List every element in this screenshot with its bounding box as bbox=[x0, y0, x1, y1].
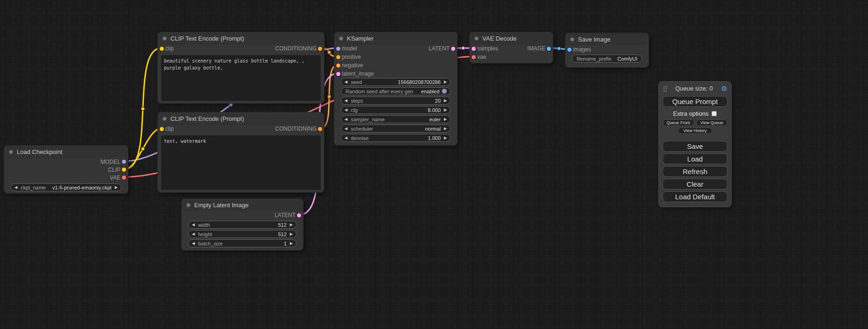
increment-arrow-icon[interactable]: ▶ bbox=[290, 242, 293, 245]
samples-input-dot[interactable] bbox=[472, 47, 476, 51]
extra-options-checkbox[interactable] bbox=[712, 111, 717, 116]
view-history-button[interactable]: View History bbox=[678, 127, 712, 134]
scheduler-widget[interactable]: ◀ scheduler normal ▶ bbox=[341, 125, 451, 133]
collapse-dot-icon[interactable] bbox=[339, 36, 343, 41]
sampler-name-widget[interactable]: ◀ sampler_name euler ▶ bbox=[341, 115, 451, 123]
node-save-image[interactable]: Save Image images filename_prefix ComfyU… bbox=[565, 33, 649, 68]
node-titlebar[interactable]: VAE Decode bbox=[470, 32, 553, 44]
latent-output-dot[interactable] bbox=[297, 213, 301, 217]
queue-size-label: Queue size: 0 bbox=[675, 85, 713, 92]
random-seed-toggle-widget[interactable]: Random seed after every gen enabled bbox=[341, 87, 451, 95]
increment-arrow-icon[interactable]: ▶ bbox=[115, 186, 118, 189]
cfg-widget[interactable]: ◀ cfg 8.000 ▶ bbox=[341, 106, 451, 114]
decrement-arrow-icon[interactable]: ◀ bbox=[345, 127, 347, 131]
width-widget[interactable]: ◀ width 512 ▶ bbox=[188, 221, 296, 229]
vae-output-slot: VAE bbox=[4, 174, 128, 182]
conditioning-output-dot[interactable] bbox=[318, 127, 322, 131]
increment-arrow-icon[interactable]: ▶ bbox=[444, 99, 447, 103]
vae-input-dot[interactable] bbox=[472, 55, 476, 59]
collapse-dot-icon[interactable] bbox=[162, 117, 167, 121]
save-button[interactable]: Save bbox=[663, 141, 727, 152]
load-default-button[interactable]: Load Default bbox=[663, 191, 727, 202]
node-graph-canvas[interactable]: Load Checkpoint MODEL CLIP VAE ◀ ckpt_na… bbox=[0, 0, 868, 329]
clip-input-dot[interactable] bbox=[160, 47, 164, 51]
decrement-arrow-icon[interactable]: ◀ bbox=[345, 99, 347, 103]
toggle-knob[interactable] bbox=[442, 89, 447, 94]
wire-midpoint-dot bbox=[327, 50, 331, 54]
image-output-dot[interactable] bbox=[547, 47, 551, 51]
collapse-dot-icon[interactable] bbox=[570, 37, 574, 42]
decrement-arrow-icon[interactable]: ◀ bbox=[345, 108, 347, 112]
clear-button[interactable]: Clear bbox=[663, 179, 727, 189]
node-clip-text-encode-positive[interactable]: CLIP Text Encode (Prompt) clip CONDITION… bbox=[157, 32, 325, 104]
clip-output-dot[interactable] bbox=[122, 168, 126, 172]
decrement-arrow-icon[interactable]: ◀ bbox=[345, 118, 347, 121]
load-button[interactable]: Load bbox=[663, 154, 727, 164]
queue-prompt-button[interactable]: Queue Prompt bbox=[663, 96, 727, 107]
increment-arrow-icon[interactable]: ▶ bbox=[290, 232, 293, 236]
queue-front-button[interactable]: Queue Front bbox=[663, 119, 694, 126]
node-titlebar[interactable]: KSampler bbox=[334, 32, 457, 44]
node-empty-latent-image[interactable]: Empty Latent Image LATENT ◀ width 512 ▶ … bbox=[181, 198, 303, 251]
decrement-arrow-icon[interactable]: ◀ bbox=[192, 232, 195, 236]
node-clip-text-encode-negative[interactable]: CLIP Text Encode (Prompt) clip CONDITION… bbox=[157, 112, 325, 193]
increment-arrow-icon[interactable]: ▶ bbox=[444, 108, 447, 112]
collapse-dot-icon[interactable] bbox=[9, 150, 13, 154]
node-titlebar[interactable]: CLIP Text Encode (Prompt) bbox=[158, 112, 324, 125]
collapse-dot-icon[interactable] bbox=[162, 36, 167, 41]
widget-value: normal bbox=[425, 126, 441, 132]
model-output-dot[interactable] bbox=[122, 160, 126, 164]
increment-arrow-icon[interactable]: ▶ bbox=[444, 80, 447, 84]
collapse-dot-icon[interactable] bbox=[474, 36, 479, 41]
batch-size-widget[interactable]: ◀ batch_size 1 ▶ bbox=[188, 239, 296, 247]
decrement-arrow-icon[interactable]: ◀ bbox=[192, 223, 195, 227]
latent-image-input-dot[interactable] bbox=[336, 72, 340, 76]
view-queue-button[interactable]: View Queue bbox=[696, 119, 728, 126]
denoise-widget[interactable]: ◀ denoise 1.000 ▶ bbox=[341, 134, 451, 142]
conditioning-output-dot[interactable] bbox=[318, 47, 322, 51]
increment-arrow-icon[interactable]: ▶ bbox=[444, 118, 447, 121]
node-vae-decode[interactable]: VAE Decode samples IMAGE vae bbox=[469, 32, 553, 63]
node-title: VAE Decode bbox=[482, 35, 516, 42]
decrement-arrow-icon[interactable]: ◀ bbox=[192, 242, 195, 245]
widget-label: width bbox=[198, 222, 210, 228]
negative-input-dot[interactable] bbox=[336, 63, 340, 68]
height-widget[interactable]: ◀ height 512 ▶ bbox=[188, 230, 296, 238]
increment-arrow-icon[interactable]: ▶ bbox=[444, 127, 447, 131]
increment-arrow-icon[interactable]: ▶ bbox=[290, 223, 293, 227]
queue-panel[interactable]: Queue size: 0 ⚙ Queue Prompt Extra optio… bbox=[658, 81, 732, 207]
decrement-arrow-icon[interactable]: ◀ bbox=[14, 186, 17, 189]
node-titlebar[interactable]: Load Checkpoint bbox=[4, 146, 128, 158]
spacer bbox=[663, 134, 727, 139]
node-ksampler[interactable]: KSampler model LATENT positive negative … bbox=[334, 32, 458, 146]
images-input-dot[interactable] bbox=[567, 48, 572, 52]
latent-output-dot[interactable] bbox=[451, 47, 455, 51]
negative-prompt-textarea[interactable]: text, watermark bbox=[161, 135, 321, 190]
positive-prompt-textarea[interactable]: beautiful scenery nature glass bottle la… bbox=[161, 55, 321, 101]
model-output-slot: MODEL bbox=[4, 158, 128, 166]
clip-slot-row: clip CONDITIONING bbox=[158, 125, 324, 133]
clip-output-slot: CLIP bbox=[4, 166, 128, 174]
refresh-button[interactable]: Refresh bbox=[663, 166, 727, 177]
seed-widget[interactable]: ◀ seed 156680208700286 ▶ bbox=[341, 78, 451, 86]
vae-output-dot[interactable] bbox=[122, 175, 126, 180]
steps-widget[interactable]: ◀ steps 20 ▶ bbox=[341, 97, 451, 105]
clip-input-dot[interactable] bbox=[160, 127, 164, 131]
decrement-arrow-icon[interactable]: ◀ bbox=[345, 136, 347, 140]
ckpt-name-widget[interactable]: ◀ ckpt_name v1-5-pruned-emaonly.ckpt ▶ bbox=[11, 183, 121, 191]
filename-prefix-widget[interactable]: filename_prefix ComfyUI bbox=[572, 55, 642, 63]
node-titlebar[interactable]: Save Image bbox=[565, 33, 649, 45]
widget-value: 1 bbox=[284, 241, 287, 246]
node-title: CLIP Text Encode (Prompt) bbox=[170, 115, 244, 122]
settings-gear-icon[interactable]: ⚙ bbox=[721, 85, 727, 92]
node-load-checkpoint[interactable]: Load Checkpoint MODEL CLIP VAE ◀ ckpt_na… bbox=[4, 145, 128, 194]
drag-handle-icon[interactable] bbox=[663, 85, 667, 92]
collapse-dot-icon[interactable] bbox=[186, 203, 191, 207]
model-input-dot[interactable] bbox=[336, 47, 340, 51]
node-titlebar[interactable]: Empty Latent Image bbox=[182, 199, 303, 211]
node-title: Load Checkpoint bbox=[17, 148, 63, 155]
positive-input-dot[interactable] bbox=[336, 55, 340, 59]
increment-arrow-icon[interactable]: ▶ bbox=[444, 136, 447, 140]
decrement-arrow-icon[interactable]: ◀ bbox=[345, 80, 347, 84]
node-titlebar[interactable]: CLIP Text Encode (Prompt) bbox=[158, 32, 324, 44]
